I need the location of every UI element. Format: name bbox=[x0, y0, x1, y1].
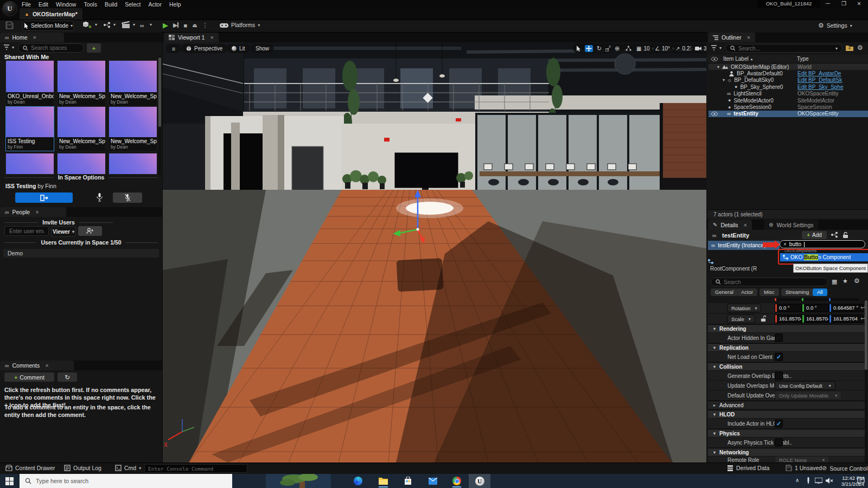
outliner-filter-icon[interactable] bbox=[711, 44, 718, 51]
tab-people[interactable]: ∞ People× bbox=[0, 207, 66, 217]
platforms-dropdown[interactable]: Platforms▾ bbox=[220, 22, 260, 28]
tab-outliner[interactable]: Outliner× bbox=[708, 33, 755, 42]
role-dropdown[interactable]: Viewer▾ bbox=[51, 226, 76, 237]
lock-icon[interactable] bbox=[843, 232, 848, 239]
taskbar-explorer-icon[interactable] bbox=[379, 477, 388, 485]
rotation-y-field[interactable]: 0.0 ° bbox=[802, 304, 829, 312]
section-collision[interactable]: ▾Collision bbox=[708, 362, 865, 370]
outliner-row[interactable]: ∞ LightStencil OKOSpaceEntity bbox=[709, 91, 868, 97]
async-physics-checkbox[interactable] bbox=[775, 439, 783, 447]
net-load-checkbox[interactable]: ✓ bbox=[775, 353, 783, 361]
show-dropdown[interactable]: Show bbox=[251, 44, 274, 53]
section-advanced[interactable]: ▸Advanced bbox=[708, 401, 865, 409]
outliner-row[interactable]: ● BP_Sky_Sphere0 Edit BP_Sky_Sphe bbox=[709, 84, 868, 90]
filter-streaming[interactable]: Streaming bbox=[781, 288, 813, 296]
outliner-filter-caret[interactable]: ▾ bbox=[719, 46, 722, 50]
selection-mode-dropdown[interactable]: Selection Mode▾ bbox=[23, 21, 74, 31]
taskbar-edge-icon[interactable] bbox=[354, 477, 362, 485]
scale-x-field[interactable]: 161.85704 bbox=[775, 314, 802, 323]
play-from-here-button[interactable]: ▶ bbox=[173, 22, 178, 29]
mic-muted-button[interactable] bbox=[113, 192, 142, 203]
unsaved-button[interactable]: 1 Unsaved bbox=[786, 465, 822, 471]
section-rendering[interactable]: ▾Rendering bbox=[708, 324, 865, 332]
taskbar-unreal-icon-active[interactable]: U bbox=[469, 474, 490, 488]
invite-email-field[interactable] bbox=[4, 226, 49, 236]
component-row-root[interactable]: RootComponent (R bbox=[708, 250, 780, 259]
close-icon[interactable]: × bbox=[33, 34, 36, 41]
space-card[interactable]: OKO_Unreal_Onbo...by Dean bbox=[5, 60, 54, 106]
menu-file[interactable]: File bbox=[22, 1, 31, 8]
space-card-partial[interactable] bbox=[5, 153, 54, 175]
user-row[interactable]: Demo bbox=[3, 249, 159, 258]
leave-space-button[interactable] bbox=[15, 192, 73, 203]
derived-data-button[interactable]: Derived Data bbox=[727, 465, 769, 471]
outliner-row[interactable]: ● SiteModelActor0 SiteModelActor bbox=[709, 97, 868, 104]
blueprint-convert-icon[interactable] bbox=[831, 232, 839, 239]
close-icon[interactable]: × bbox=[747, 34, 750, 41]
filter-general[interactable]: General bbox=[711, 288, 738, 296]
viewport-3d-scene[interactable]: X bbox=[163, 42, 706, 463]
display-filter-icon[interactable]: ▦ bbox=[832, 278, 837, 285]
filter-icon[interactable] bbox=[3, 44, 11, 50]
add-comment-button[interactable]: +Comment bbox=[4, 373, 54, 382]
section-hlod[interactable]: ▾HLOD bbox=[708, 410, 865, 418]
menu-actor[interactable]: Actor bbox=[148, 1, 162, 8]
generate-overlap-checkbox[interactable] bbox=[775, 372, 783, 380]
section-physics[interactable]: ▾Physics bbox=[708, 429, 865, 437]
tab-home[interactable]: ∞ Home× bbox=[0, 33, 64, 42]
scale-label-dropdown[interactable]: Scale▾ bbox=[727, 314, 755, 323]
stop-button[interactable]: ■ bbox=[183, 22, 187, 29]
add-space-button[interactable]: + bbox=[87, 43, 101, 53]
filter-misc[interactable]: Misc bbox=[760, 288, 779, 296]
section-replication[interactable]: ▾Replication bbox=[708, 343, 865, 351]
maximize-button[interactable]: ❐ bbox=[841, 1, 846, 7]
filter-actor[interactable]: Actor bbox=[737, 288, 757, 296]
filter-all-active[interactable]: All bbox=[813, 288, 827, 296]
start-button[interactable] bbox=[5, 477, 14, 485]
visibility-eye-icon[interactable] bbox=[711, 112, 718, 116]
viewport-options-menu[interactable]: ≡ bbox=[166, 44, 181, 53]
play-options-kebab[interactable]: ⋮ bbox=[202, 22, 208, 29]
rotation-z-field[interactable]: 0.664587 ° bbox=[829, 304, 864, 312]
outliner-row-world[interactable]: ▾ OKOStarterMap (Editor) World bbox=[709, 63, 868, 70]
add-component-button[interactable]: +Add bbox=[802, 231, 827, 239]
update-overlaps-dropdown[interactable]: Use Config Default▾ bbox=[775, 381, 835, 390]
default-update-overlaps-dropdown[interactable]: Only Update Movable▾ bbox=[775, 391, 841, 400]
menu-select[interactable]: Select bbox=[125, 1, 141, 8]
details-settings-icon[interactable]: ⚙ bbox=[854, 277, 860, 285]
action-center-icon[interactable] bbox=[857, 477, 865, 484]
close-button[interactable]: × bbox=[857, 0, 861, 8]
filter-caret[interactable]: ▾ bbox=[12, 45, 14, 50]
include-hlod-checkbox[interactable]: ✓ bbox=[775, 420, 783, 428]
rotation-label-dropdown[interactable]: Rotation▾ bbox=[727, 304, 761, 312]
space-card[interactable]: New_Welcome_Sp...by Dean bbox=[108, 106, 157, 151]
rotation-x-field[interactable]: 0.0 ° bbox=[775, 304, 802, 312]
minimize-button[interactable]: ─ bbox=[826, 0, 830, 7]
play-button[interactable]: ▶ bbox=[163, 21, 168, 30]
perspective-dropdown[interactable]: Perspective bbox=[181, 44, 227, 53]
details-scrollbar[interactable] bbox=[865, 299, 867, 462]
taskbar-chrome-icon[interactable] bbox=[452, 477, 461, 485]
tray-chevron-icon[interactable]: ∧ bbox=[795, 477, 799, 483]
cinematics-caret[interactable]: ▾ bbox=[133, 22, 135, 27]
close-icon[interactable]: × bbox=[210, 34, 213, 41]
content-drawer-button[interactable]: Content Drawer bbox=[5, 465, 55, 471]
space-card[interactable]: New_Welcome_Sp...by Dean bbox=[108, 60, 157, 106]
actor-hidden-checkbox[interactable] bbox=[775, 334, 783, 342]
space-card-partial[interactable] bbox=[57, 153, 106, 175]
move-tool-icon[interactable] bbox=[585, 45, 593, 52]
refresh-comments-button[interactable]: ↻ bbox=[58, 373, 77, 382]
oko-tools-icon[interactable]: ∞ bbox=[140, 22, 144, 29]
clear-search-icon[interactable]: × bbox=[783, 241, 787, 247]
details-search-box[interactable]: Search bbox=[711, 278, 828, 286]
rotate-tool-icon[interactable]: ↻ bbox=[597, 45, 602, 52]
section-networking[interactable]: ▾Networking bbox=[708, 448, 865, 456]
create-folder-icon[interactable] bbox=[846, 45, 853, 51]
menu-tools[interactable]: Tools bbox=[84, 1, 97, 8]
tab-world-settings[interactable]: ⊕ World Settings bbox=[764, 220, 818, 230]
scale-z-field[interactable]: 161.85704 bbox=[829, 314, 864, 323]
cmd-dropdown[interactable]: Cmd▾ bbox=[115, 465, 141, 471]
oko-tools-caret[interactable]: ▾ bbox=[150, 22, 152, 27]
blueprints-caret[interactable]: ▾ bbox=[113, 22, 116, 27]
close-icon[interactable]: × bbox=[45, 362, 48, 369]
